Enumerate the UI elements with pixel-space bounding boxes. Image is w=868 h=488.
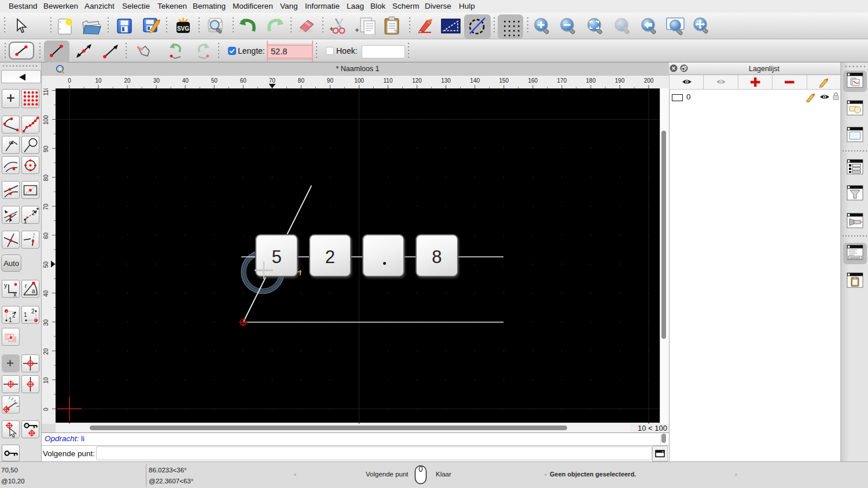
svg-text:command: command (849, 256, 860, 259)
svg-text:50: 50 (43, 261, 49, 268)
svg-text:0: 0 (68, 77, 71, 84)
svg-text:110: 110 (43, 88, 49, 95)
svg-text:80: 80 (43, 175, 49, 182)
svg-text:90: 90 (327, 77, 334, 84)
svg-text:100: 100 (354, 77, 364, 84)
svg-text:1: 1 (24, 218, 27, 223)
svg-text:10: 10 (95, 77, 102, 84)
svg-text:140: 140 (470, 77, 480, 84)
svg-text:y: y (4, 282, 8, 289)
svg-text:30: 30 (153, 77, 160, 84)
svg-text:2: 2 (31, 308, 35, 315)
svg-text:150: 150 (499, 77, 509, 84)
svg-text:1: 1 (24, 312, 27, 318)
svg-text:80: 80 (298, 77, 305, 84)
svg-text:60: 60 (240, 77, 247, 84)
svg-text:SVG: SVG (177, 25, 189, 32)
svg-text:r: r (25, 283, 27, 289)
svg-text:60: 60 (43, 232, 49, 239)
svg-text:x: x (13, 291, 17, 297)
svg-text:160: 160 (528, 77, 538, 84)
svg-text:20: 20 (124, 77, 131, 84)
svg-text:130: 130 (441, 77, 451, 84)
svg-text:a: a (32, 288, 35, 294)
svg-text:10: 10 (43, 377, 49, 384)
svg-text:20: 20 (43, 348, 49, 355)
svg-text:30: 30 (43, 319, 49, 326)
svg-text:40: 40 (43, 290, 49, 297)
svg-text:170: 170 (557, 77, 567, 84)
svg-text:120: 120 (412, 77, 422, 84)
svg-text:200: 200 (644, 77, 654, 84)
svg-text:2: 2 (12, 312, 16, 319)
svg-text:190: 190 (615, 77, 625, 84)
svg-text:2: 2 (32, 210, 35, 216)
svg-text:0: 0 (43, 408, 49, 411)
svg-text:90: 90 (43, 146, 49, 153)
svg-text:100: 100 (43, 115, 49, 125)
svg-text:50: 50 (211, 77, 218, 84)
svg-text:180: 180 (586, 77, 596, 84)
svg-text:70: 70 (269, 77, 276, 84)
svg-text:40: 40 (182, 77, 189, 84)
svg-text:110: 110 (384, 77, 393, 84)
svg-text:70: 70 (43, 204, 49, 210)
